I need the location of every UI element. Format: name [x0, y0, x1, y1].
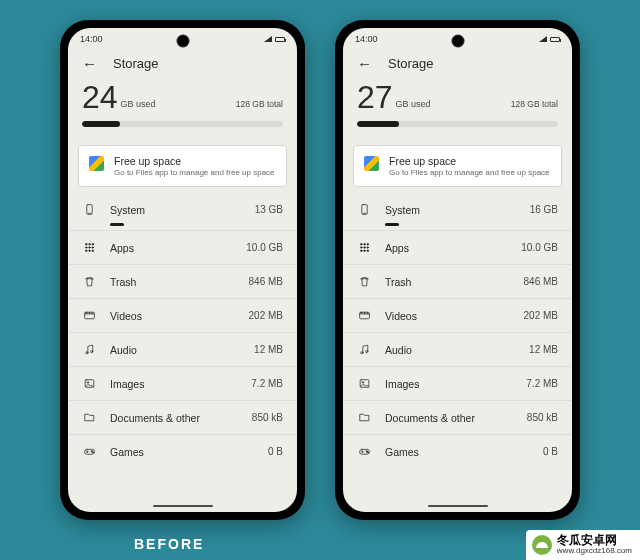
audio-icon [357, 343, 371, 356]
category-size: 0 B [268, 446, 283, 457]
storage-hero: 27 GB used 128 GB total [343, 81, 572, 135]
storage-bar-fill [357, 121, 399, 127]
caption-before: BEFORE [134, 536, 204, 552]
doc-icon [357, 411, 371, 424]
category-row-images[interactable]: Images7.2 MB [68, 367, 297, 401]
svg-point-34 [362, 382, 364, 384]
back-button[interactable]: ← [82, 56, 97, 71]
screen-after: 14:00 ← Storage 27 GB used 128 GB total [343, 28, 572, 512]
phone-before: 14:00 ← Storage 24 GB used 128 GB total [60, 20, 305, 520]
phone-after: 14:00 ← Storage 27 GB used 128 GB total [335, 20, 580, 520]
category-row-games[interactable]: Games0 B [343, 435, 572, 468]
category-name: Images [110, 378, 237, 390]
svg-point-15 [87, 382, 89, 384]
svg-point-31 [360, 352, 362, 354]
system-indicator [385, 223, 399, 226]
clock: 14:00 [355, 34, 378, 44]
audio-icon [82, 343, 96, 356]
game-icon [357, 445, 371, 458]
svg-point-10 [91, 250, 93, 252]
category-row-videos[interactable]: Videos202 MB [343, 299, 572, 333]
storage-hero: 24 GB used 128 GB total [68, 81, 297, 135]
home-indicator[interactable] [428, 505, 488, 508]
category-size: 16 GB [530, 204, 558, 215]
phone-icon [82, 203, 96, 216]
category-size: 7.2 MB [526, 378, 558, 389]
svg-point-28 [363, 250, 365, 252]
category-row-system[interactable]: System13 GB [68, 193, 297, 231]
category-name: Videos [110, 310, 235, 322]
category-row-audio[interactable]: Audio12 MB [343, 333, 572, 367]
trash-icon [82, 275, 96, 288]
svg-point-21 [360, 243, 362, 245]
watermark: 冬瓜安卓网 www.dgxcdz168.com [526, 530, 640, 560]
phone-icon [357, 203, 371, 216]
category-name: Trash [110, 276, 235, 288]
camera-hole [453, 36, 463, 46]
category-size: 202 MB [524, 310, 558, 321]
category-row-documents-other[interactable]: Documents & other850 kB [68, 401, 297, 435]
category-list-right: System16 GBApps10.0 GBTrash846 MBVideos2… [343, 191, 572, 512]
signal-icon [539, 36, 547, 42]
files-app-icon [89, 156, 104, 171]
svg-point-7 [91, 247, 93, 249]
svg-point-29 [366, 250, 368, 252]
category-row-apps[interactable]: Apps10.0 GB [68, 231, 297, 265]
category-row-trash[interactable]: Trash846 MB [343, 265, 572, 299]
game-icon [82, 445, 96, 458]
svg-point-36 [366, 451, 367, 452]
svg-point-3 [88, 243, 90, 245]
category-size: 7.2 MB [251, 378, 283, 389]
category-row-videos[interactable]: Videos202 MB [68, 299, 297, 333]
free-up-space-card[interactable]: Free up space Go to Files app to manage … [78, 145, 287, 187]
screen-before: 14:00 ← Storage 24 GB used 128 GB total [68, 28, 297, 512]
doc-icon [82, 411, 96, 424]
svg-point-18 [92, 452, 93, 453]
category-row-games[interactable]: Games0 B [68, 435, 297, 468]
category-name: Audio [110, 344, 240, 356]
category-name: Audio [385, 344, 515, 356]
svg-point-6 [88, 247, 90, 249]
app-bar: ← Storage [68, 50, 297, 81]
category-size: 12 MB [254, 344, 283, 355]
category-row-audio[interactable]: Audio12 MB [68, 333, 297, 367]
back-button[interactable]: ← [357, 56, 372, 71]
category-name: Games [385, 446, 529, 458]
svg-point-8 [85, 250, 87, 252]
svg-point-2 [85, 243, 87, 245]
free-up-space-card[interactable]: Free up space Go to Files app to manage … [353, 145, 562, 187]
category-row-apps[interactable]: Apps10.0 GB [343, 231, 572, 265]
phones-container: 14:00 ← Storage 24 GB used 128 GB total [0, 0, 640, 520]
used-amount: 24 GB used [82, 81, 156, 113]
image-icon [82, 377, 96, 390]
category-name: Documents & other [110, 412, 238, 424]
svg-point-9 [88, 250, 90, 252]
category-list-left: System13 GBApps10.0 GBTrash846 MBVideos2… [68, 191, 297, 512]
category-row-images[interactable]: Images7.2 MB [343, 367, 572, 401]
used-amount: 27 GB used [357, 81, 431, 113]
svg-point-4 [91, 243, 93, 245]
camera-hole [178, 36, 188, 46]
watermark-url: www.dgxcdz168.com [557, 547, 632, 556]
category-size: 12 MB [529, 344, 558, 355]
category-size: 202 MB [249, 310, 283, 321]
image-icon [357, 377, 371, 390]
home-indicator[interactable] [153, 505, 213, 508]
battery-icon [550, 37, 560, 42]
svg-point-5 [85, 247, 87, 249]
page-title: Storage [388, 56, 434, 71]
freeup-subtitle: Go to Files app to manage and free up sp… [389, 168, 550, 177]
svg-point-23 [366, 243, 368, 245]
category-size: 10.0 GB [246, 242, 283, 253]
category-row-system[interactable]: System16 GB [343, 193, 572, 231]
trash-icon [357, 275, 371, 288]
category-row-trash[interactable]: Trash846 MB [68, 265, 297, 299]
signal-icon [264, 36, 272, 42]
used-number: 27 [357, 81, 393, 113]
page-title: Storage [113, 56, 159, 71]
category-row-documents-other[interactable]: Documents & other850 kB [343, 401, 572, 435]
video-icon [82, 309, 96, 322]
used-number: 24 [82, 81, 118, 113]
clock: 14:00 [80, 34, 103, 44]
category-name: Videos [385, 310, 510, 322]
